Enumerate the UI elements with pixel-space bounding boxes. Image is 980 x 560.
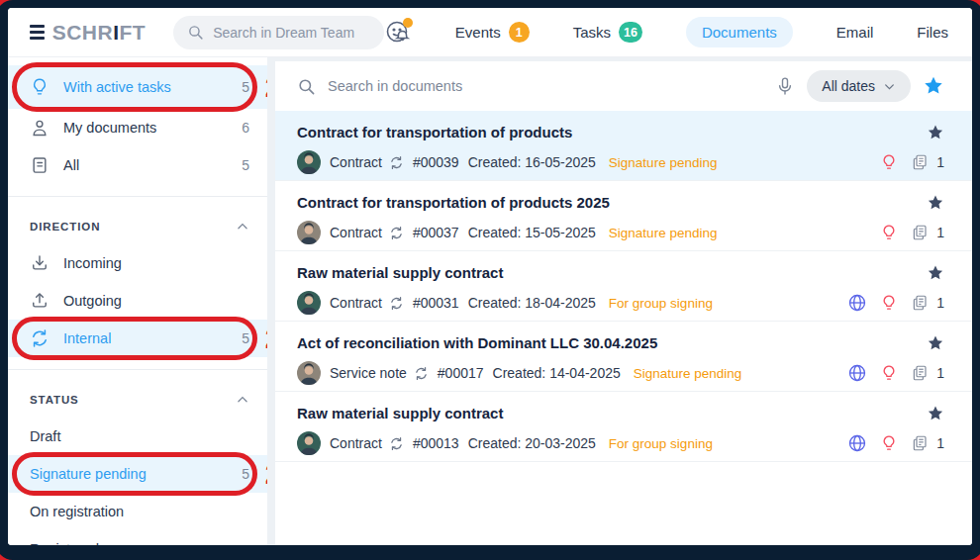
document-status: For group signing <box>609 296 713 311</box>
copies-icon[interactable] <box>911 224 929 241</box>
document-status: Signature pending <box>609 155 718 170</box>
documents-search-row: All dates <box>275 61 972 111</box>
nav-item-events[interactable]: Events 1 <box>455 22 530 43</box>
sidebar-item-count: 5 <box>242 330 249 346</box>
sidebar-item-label: All <box>63 157 79 173</box>
document-number: #00037 <box>413 225 459 240</box>
top-navigation: Events 1 Tasks 16 Documents 1 Email File… <box>384 17 948 47</box>
annotation-number: 2 <box>265 325 267 353</box>
document-row[interactable]: Contract for transportation of products … <box>275 111 972 181</box>
document-title: Contract for transportation of products … <box>297 194 610 211</box>
nav-badge: 1 <box>509 22 530 43</box>
section-header-direction[interactable]: DIRECTION <box>8 209 267 244</box>
favorites-filter-star-icon[interactable] <box>923 75 944 97</box>
notification-dot <box>403 18 413 28</box>
nav-item-email[interactable]: Email <box>836 24 874 41</box>
nav-item-files[interactable]: Files <box>917 24 948 41</box>
recurring-icon <box>389 436 404 451</box>
notifications-icon[interactable] <box>384 19 412 47</box>
sidebar-item-on-registration[interactable]: On registration <box>8 493 267 530</box>
global-search[interactable] <box>173 16 384 49</box>
document-number: #00017 <box>438 365 484 381</box>
app-logo: SCHRIFT <box>52 21 147 45</box>
favorite-star-icon[interactable] <box>927 264 944 282</box>
nav-item-documents[interactable]: Documents 1 <box>686 17 793 47</box>
date-filter-label: All dates <box>822 78 875 94</box>
nav-item-label: Tasks <box>573 24 611 41</box>
sidebar-item-label: Outgoing <box>63 293 122 309</box>
section-title: STATUS <box>30 394 79 406</box>
sidebar-item-count: 5 <box>242 157 249 173</box>
recurring-icon <box>389 226 404 240</box>
sidebar-item-registered[interactable]: Registered <box>8 530 267 545</box>
sidebar-item-signature-pending[interactable]: Signature pending 5 2 <box>8 455 267 493</box>
document-row[interactable]: Contract for transportation of products … <box>275 181 972 251</box>
active-task-bulb-icon[interactable] <box>880 294 898 312</box>
document-created-date: Created: 18-04-2025 <box>468 295 596 311</box>
active-task-bulb-icon[interactable] <box>880 434 898 452</box>
copies-icon[interactable] <box>911 153 929 171</box>
sidebar-item-label: Draft <box>30 428 60 444</box>
sidebar-item-internal[interactable]: Internal 5 2 <box>8 320 267 357</box>
hamburger-menu-icon[interactable] <box>30 25 45 40</box>
globe-icon[interactable] <box>847 293 867 313</box>
document-title: Contract for transportation of products <box>297 124 572 140</box>
document-row[interactable]: Raw material supply contract Contract #0… <box>275 251 972 322</box>
sidebar-item-label: With active tasks <box>63 79 171 95</box>
section-title: DIRECTION <box>30 221 100 233</box>
sidebar-item-label: On registration <box>30 504 124 519</box>
section-header-status[interactable]: STATUS <box>8 382 267 418</box>
sidebar-item-label: Registered <box>30 541 99 545</box>
copies-icon[interactable] <box>911 434 929 452</box>
document-row[interactable]: Raw material supply contract Contract #0… <box>275 392 972 462</box>
copies-icon[interactable] <box>911 294 929 312</box>
sidebar-section: DIRECTION Incoming Outgoing <box>8 196 267 357</box>
active-task-bulb-icon[interactable] <box>880 224 898 241</box>
global-search-input[interactable] <box>213 25 370 41</box>
date-filter-dropdown[interactable]: All dates <box>807 70 911 102</box>
globe-icon[interactable] <box>847 433 867 453</box>
sidebar-item-incoming[interactable]: Incoming <box>8 244 267 282</box>
favorite-star-icon[interactable] <box>927 194 944 212</box>
sidebar-item-my-documents[interactable]: My documents 6 <box>8 109 267 146</box>
search-icon <box>297 77 316 96</box>
document-number: #00031 <box>413 295 459 311</box>
documents-search-input[interactable] <box>328 78 763 94</box>
search-icon <box>187 24 204 41</box>
avatar <box>297 361 321 385</box>
sidebar-item-label: Incoming <box>63 255 122 271</box>
copies-icon[interactable] <box>911 364 929 382</box>
sidebar-item-count: 6 <box>242 120 249 136</box>
sidebar-item-outgoing[interactable]: Outgoing <box>8 282 267 320</box>
favorite-star-icon[interactable] <box>927 124 944 141</box>
avatar <box>297 221 321 244</box>
sidebar-filters: With active tasks 5 2 My documents 6 All… <box>8 65 267 184</box>
document-type: Contract <box>330 435 382 451</box>
active-task-bulb-icon[interactable] <box>880 364 898 382</box>
recurring-icon <box>414 366 429 381</box>
nav-item-tasks[interactable]: Tasks 16 <box>573 22 642 43</box>
sidebar-item-label: My documents <box>63 120 156 136</box>
avatar <box>297 431 321 455</box>
avatar <box>297 150 321 174</box>
active-task-bulb-icon[interactable] <box>880 153 898 171</box>
sidebar-item-label: Internal <box>63 330 111 346</box>
document-icon <box>30 155 49 175</box>
document-type: Contract <box>330 295 382 311</box>
globe-icon[interactable] <box>847 363 867 383</box>
sidebar-item-all[interactable]: All 5 <box>8 146 267 184</box>
internal-loop-icon <box>30 328 49 348</box>
document-title: Raw material supply contract <box>297 264 503 281</box>
nav-item-label: Events <box>455 24 501 41</box>
favorite-star-icon[interactable] <box>927 405 944 422</box>
annotation-number: 2 <box>265 460 267 489</box>
divider <box>8 369 267 370</box>
microphone-icon[interactable] <box>775 76 795 96</box>
document-row[interactable]: Act of reconciliation with Dominant LLC … <box>275 322 972 392</box>
sidebar-item-with-active-tasks[interactable]: With active tasks 5 2 <box>8 65 267 109</box>
lightbulb-icon <box>30 77 49 97</box>
favorite-star-icon[interactable] <box>927 334 944 352</box>
person-icon <box>30 118 49 138</box>
document-created-date: Created: 14-04-2025 <box>493 365 621 381</box>
sidebar-item-draft[interactable]: Draft <box>8 418 267 455</box>
